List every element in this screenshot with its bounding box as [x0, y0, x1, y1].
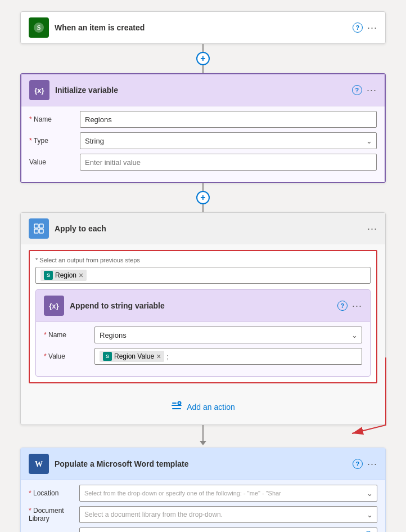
region-value-tag-close[interactable]: ×	[156, 352, 161, 360]
doclibrary-field-row: Document Library Select a document libra…	[29, 506, 377, 523]
svg-rect-5	[39, 229, 43, 233]
trigger-actions: ? ···	[353, 22, 377, 34]
doclibrary-label: Document Library	[29, 507, 74, 522]
type-select[interactable]: String	[80, 132, 377, 149]
value-label: Value	[29, 158, 74, 166]
svg-rect-7	[172, 408, 181, 409]
type-select-wrapper: String ⌄	[80, 132, 377, 149]
apply-each-actions: ···	[367, 223, 377, 235]
doclibrary-select[interactable]: Select a document library from the drop-…	[79, 506, 377, 523]
trigger-help-icon[interactable]: ?	[353, 23, 363, 33]
append-var-help-icon[interactable]: ?	[337, 301, 348, 311]
init-var-menu[interactable]: ···	[367, 84, 377, 96]
connector-2: +	[196, 183, 210, 212]
name-input[interactable]	[80, 111, 377, 128]
append-value-label: Value	[44, 352, 89, 360]
word-icon: W	[29, 454, 49, 474]
append-var-header: {x} Append to string variable ? ···	[36, 290, 370, 321]
location-label: Location	[29, 489, 74, 497]
name-field-row: Name	[29, 111, 377, 128]
name-label: Name	[29, 115, 74, 123]
location-select[interactable]: Select from the drop-down or specify one…	[79, 485, 377, 502]
append-name-label: Name	[44, 331, 89, 339]
append-name-select[interactable]: Regions	[94, 327, 362, 343]
init-var-help-icon[interactable]: ?	[352, 85, 362, 95]
append-var-card: {x} Append to string variable ? ··· Name…	[35, 289, 371, 377]
word-body: Location Select from the drop-down or sp…	[21, 480, 385, 532]
append-var-title: Append to string variable	[70, 301, 332, 310]
value-semicolon: ;	[166, 352, 169, 361]
append-var-menu[interactable]: ···	[352, 300, 362, 312]
svg-rect-3	[39, 224, 43, 228]
svg-rect-11	[179, 403, 180, 404]
append-name-select-wrapper: Regions ⌄	[94, 327, 362, 343]
svg-rect-4	[34, 229, 38, 233]
apply-each-header: Apply to each ···	[21, 213, 385, 244]
value-input[interactable]	[80, 154, 377, 171]
type-label: Type	[29, 137, 74, 145]
svg-rect-8	[172, 403, 177, 404]
trigger-header: S When an item is created ? ···	[21, 12, 385, 43]
connector-line-2a	[202, 183, 204, 191]
append-name-value: Regions	[100, 331, 127, 339]
file-field-row: File	[29, 527, 377, 532]
value-field-row: Value	[29, 154, 377, 171]
connector-1: +	[196, 44, 210, 73]
tag-input-area[interactable]: S Region ×	[35, 267, 371, 284]
trigger-menu[interactable]: ···	[367, 22, 377, 34]
init-var-header: {x} Initialize variable ? ···	[21, 74, 385, 106]
connector-line-1b	[202, 65, 204, 73]
red-arrow-svg	[324, 352, 391, 442]
apply-each-menu[interactable]: ···	[367, 223, 377, 235]
file-input[interactable]	[79, 527, 377, 532]
type-select-value: String	[85, 137, 104, 145]
trigger-title: When an item is created	[55, 23, 347, 32]
value-tag-input-area[interactable]: S Region Value × ;	[94, 348, 362, 365]
svg-rect-2	[34, 224, 38, 228]
region-tag: S Region ×	[40, 270, 87, 281]
location-select-wrapper: Select from the drop-down or specify one…	[79, 485, 377, 502]
init-var-body: Name Type String ⌄ Value	[21, 106, 385, 182]
type-field-row: Type String ⌄	[29, 132, 377, 149]
location-placeholder: Select from the drop-down or specify one…	[84, 490, 281, 497]
connector-line-2b	[202, 204, 204, 212]
add-action-icon	[171, 400, 182, 413]
add-step-btn-2[interactable]: +	[196, 191, 210, 204]
word-header: W Populate a Microsoft Word template ? ·…	[21, 448, 385, 480]
append-var-actions: ? ···	[337, 300, 362, 312]
svg-text:W: W	[35, 460, 43, 468]
region-value-tag-icon: S	[103, 352, 112, 361]
init-var-card: {x} Initialize variable ? ··· Name Type …	[20, 73, 386, 183]
word-title: Populate a Microsoft Word template	[55, 459, 347, 468]
trigger-icon: S	[29, 17, 49, 38]
apply-each-title: Apply to each	[55, 224, 362, 233]
word-help-icon[interactable]: ?	[353, 459, 363, 469]
apply-each-icon	[29, 218, 49, 239]
trigger-card: S When an item is created ? ···	[20, 11, 386, 44]
region-tag-close[interactable]: ×	[79, 271, 83, 279]
add-action-label: Add an action	[187, 403, 235, 412]
connector-line-1	[202, 44, 204, 52]
append-name-field-row: Name Regions ⌄	[44, 327, 362, 343]
doclibrary-select-wrapper: Select a document library from the drop-…	[79, 506, 377, 523]
init-var-title: Initialize variable	[55, 86, 346, 95]
add-step-btn-1[interactable]: +	[196, 52, 210, 65]
word-card: W Populate a Microsoft Word template ? ·…	[20, 448, 386, 532]
location-field-row: Location Select from the drop-down or sp…	[29, 485, 377, 502]
init-var-actions: ? ···	[352, 84, 377, 96]
connector-3	[200, 425, 206, 448]
svg-text:S: S	[37, 24, 41, 32]
word-menu[interactable]: ···	[367, 458, 377, 470]
file-input-wrapper	[79, 527, 377, 532]
region-value-tag-text: Region Value	[114, 352, 154, 360]
region-tag-text: Region	[55, 271, 76, 279]
append-var-body: Name Regions ⌄ Value S	[36, 321, 370, 376]
append-var-icon: {x}	[44, 296, 64, 316]
svg-rect-6	[172, 405, 182, 406]
region-tag-icon: S	[44, 271, 53, 280]
select-output-label: * Select an output from previous steps	[35, 257, 371, 263]
region-value-tag: S Region Value ×	[100, 351, 164, 362]
arrow-line-3	[202, 425, 204, 441]
arrow-head-3	[200, 441, 206, 445]
init-var-icon: {x}	[29, 80, 49, 100]
